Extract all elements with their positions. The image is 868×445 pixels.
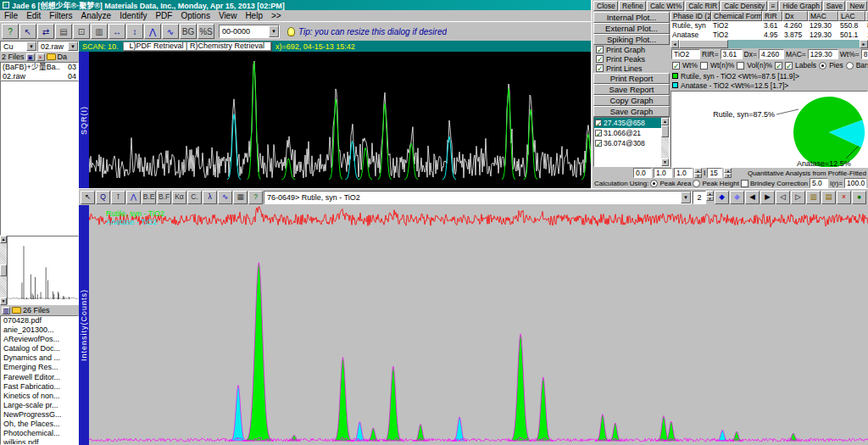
phase-table-header[interactable]: RIR (762, 11, 782, 21)
pdf-file-item[interactable]: Farewell Editor... (1, 373, 78, 382)
panel-button[interactable]: Calc Density (721, 1, 766, 11)
cursor-tool-icon[interactable]: ↖ (81, 191, 95, 204)
panel-button[interactable]: Refine (619, 1, 646, 11)
smoothing-icon[interactable]: %S (198, 24, 214, 39)
plot-button[interactable]: Spiking Plot... (593, 34, 670, 45)
pdf-file-item[interactable]: Oh, the Places... (1, 420, 78, 429)
pointer-icon[interactable]: ↖ (19, 24, 36, 39)
panel-button[interactable]: New (846, 1, 867, 11)
scrollbar-thumb[interactable] (679, 40, 728, 48)
background-fit-icon[interactable]: B.F (157, 191, 171, 204)
date-column-header[interactable]: Da (58, 53, 68, 61)
print-preview-icon[interactable]: ⊡ (73, 24, 90, 39)
scrollbar-thumb[interactable] (661, 125, 669, 137)
overlay-up-icon[interactable]: ◆ (715, 191, 729, 204)
grid-icon[interactable]: ▦ (233, 191, 248, 204)
menu-item[interactable]: Help (241, 11, 267, 20)
report-action-button[interactable]: Copy Graph (593, 95, 670, 106)
wt-field[interactable]: 87.5 (861, 49, 868, 59)
zoom-tool-icon[interactable]: Q (96, 191, 110, 204)
previous-phase-icon[interactable]: ◀ (745, 191, 760, 204)
menu-item[interactable]: >> (267, 11, 286, 20)
background-icon[interactable]: BG (180, 24, 197, 39)
pdf-file-item[interactable]: Kinetics of non... (1, 392, 78, 401)
voln-checkbox[interactable] (737, 62, 744, 70)
wtn-checkbox[interactable] (700, 62, 708, 70)
profile-fit-icon[interactable]: ∿ (162, 24, 179, 39)
pdf-file-item[interactable]: Fast Fabricatio... (1, 382, 78, 392)
phase-table-header[interactable]: Dx (782, 11, 808, 21)
phase-table-header[interactable]: Phase ID (2) (670, 11, 711, 21)
phase-table-header[interactable]: Chemical Formula (711, 11, 762, 21)
pdf-file-item[interactable]: Catalog of Doc... (1, 344, 78, 353)
plot-button[interactable]: External Plot... (593, 23, 670, 34)
ir-field[interactable]: 100.0 (844, 178, 866, 188)
retrieval-hint-button[interactable]: L)PDF Retrieval | R)Chemistry Retrieval (123, 42, 271, 51)
phase-table-row[interactable]: AnataseTiO24.953.875129.30501.112.5 (1 (670, 31, 868, 40)
peak-checkbox[interactable] (595, 130, 602, 136)
overlay-offset-spinner[interactable]: 2 ▲▼ (693, 191, 714, 204)
chevron-down-icon[interactable]: ▼ (26, 42, 36, 51)
wavelength-icon[interactable]: λ (203, 191, 217, 204)
phase-table-row[interactable]: Rutile, synTiO23.614.260129.30550.887.5 … (670, 21, 868, 31)
menu-item[interactable]: PDF (151, 11, 176, 20)
param-spinner[interactable]: ▲▼ (694, 168, 702, 178)
report-action-button[interactable]: Save Report (593, 84, 670, 95)
help-icon[interactable]: ? (248, 191, 263, 204)
find-peaks-icon[interactable]: ⋀ (144, 24, 161, 39)
chevron-down-icon[interactable]: ▼ (68, 42, 78, 51)
simulate-pattern-icon[interactable]: ▥ (806, 191, 821, 204)
close-file-icon[interactable]: × (36, 53, 45, 61)
print-option[interactable]: Print Peaks (593, 54, 670, 64)
pdf-file-item[interactable]: AReviewofPos... (1, 335, 78, 344)
scroll-right-icon[interactable]: ► (860, 40, 868, 48)
peak-height-radio[interactable] (693, 180, 700, 187)
menu-item[interactable]: Options (176, 11, 214, 20)
peak-list-item[interactable]: 36.074@308 (594, 138, 661, 148)
peak-area-radio[interactable] (650, 180, 658, 187)
phase-table-header[interactable]: MAC (808, 11, 838, 21)
brindley-checkbox[interactable] (741, 180, 748, 187)
profile-fit-icon[interactable]: ∿ (218, 191, 232, 204)
next-match-icon[interactable]: ▷ (791, 191, 805, 204)
phase-selector-combo[interactable]: 76-0649> Rutile, syn - TiO2 ▼ (264, 191, 692, 204)
peak-checkbox[interactable] (595, 140, 602, 147)
param1-field[interactable]: 0.0 (633, 168, 652, 178)
menu-item[interactable]: View (214, 11, 242, 20)
phase-table-header[interactable]: LAC (838, 11, 865, 21)
panel-button[interactable]: Save (823, 1, 846, 11)
background-edit-icon[interactable]: B.E (142, 191, 156, 204)
param2-field[interactable]: 1.0 (654, 168, 672, 178)
menu-item[interactable]: Identify (115, 11, 151, 20)
panel-button[interactable]: Hide Graph (779, 1, 821, 11)
peak-list-item[interactable]: 31.066@21 (594, 128, 661, 138)
scrollbar-thumb[interactable] (0, 264, 7, 276)
report-action-button[interactable]: Print Report (593, 73, 670, 84)
iterations-spinner[interactable]: ▲▼ (724, 168, 732, 178)
zoom-y-icon[interactable]: ↕ (126, 24, 143, 39)
peak-paint-icon[interactable]: ⋀ (126, 191, 141, 204)
phase-table-scrollbar[interactable]: ◄ ► (670, 40, 868, 48)
remove-phase-icon[interactable]: × (837, 191, 851, 204)
help-icon[interactable]: ? (2, 24, 19, 39)
anode-combo[interactable]: Cu ▼ (0, 41, 37, 52)
param3-field[interactable]: 1.0 (674, 168, 693, 178)
chevron-down-icon[interactable]: ▼ (269, 25, 279, 37)
panel-button[interactable]: ≡ (768, 1, 779, 11)
menu-item[interactable]: Edit (22, 11, 45, 20)
phase-list-icon[interactable]: ▤ (821, 191, 836, 204)
print-option[interactable]: Print Lines (593, 64, 670, 73)
menu-item[interactable]: File (0, 11, 22, 20)
panel-button[interactable]: Close (593, 1, 618, 11)
report-icon[interactable]: ▥ (91, 24, 108, 39)
pattern-thumbnail-plot[interactable] (8, 236, 78, 303)
rir-field[interactable]: 3.61 (721, 49, 743, 59)
panel-button[interactable]: Calc RIR (685, 1, 720, 11)
pdf-file-item[interactable]: wilkins.pdf (1, 438, 78, 445)
kalpha2-strip-icon[interactable]: Kα (172, 191, 186, 204)
open-file-row[interactable]: 02.raw 04 (1, 72, 78, 81)
full-pattern-plot[interactable] (89, 205, 868, 445)
brindley-radius-field[interactable]: 5.0 (810, 178, 828, 188)
thumbnail-scrollbar[interactable]: ▲ ▼ (0, 236, 7, 305)
peak-list-scrollbar[interactable]: ▲ ▼ (661, 118, 669, 166)
